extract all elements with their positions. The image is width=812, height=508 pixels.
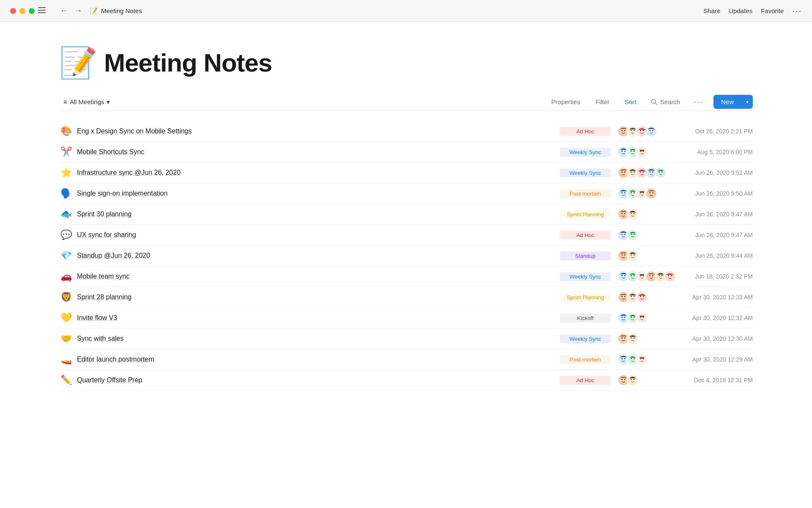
svg-point-62: [628, 230, 638, 240]
table-row[interactable]: ✂️Mobile Shortcuts SyncWeekly SyncAug 5,…: [59, 142, 753, 163]
doc-emoji: 📝: [90, 7, 98, 15]
row-tag[interactable]: Kickoff: [560, 314, 611, 323]
row-tag[interactable]: Weekly Sync: [560, 334, 611, 343]
row-tag[interactable]: Sprint Planning: [560, 210, 611, 219]
sidebar-toggle-button[interactable]: [35, 6, 49, 17]
svg-point-28: [624, 171, 625, 173]
updates-button[interactable]: Updates: [729, 7, 752, 14]
row-name: Mobile team sync: [77, 273, 130, 280]
view-label: All Meetings: [70, 98, 104, 105]
svg-point-111: [631, 337, 632, 339]
row-emoji: 🚗: [59, 271, 73, 282]
svg-point-91: [624, 296, 625, 297]
row-tag[interactable]: Weekly Sync: [560, 168, 611, 177]
svg-point-76: [634, 275, 635, 276]
row-tag[interactable]: Standup: [560, 251, 611, 260]
maximize-button[interactable]: [29, 8, 35, 14]
row-emoji: ✂️: [59, 146, 73, 157]
view-selector[interactable]: ≡ All Meetings ▾: [59, 96, 114, 108]
svg-point-15: [649, 130, 650, 131]
filter-button[interactable]: Filter: [591, 96, 614, 108]
svg-line-4: [655, 103, 657, 105]
svg-point-21: [631, 151, 632, 152]
search-label: Search: [660, 98, 680, 105]
row-name: Sync with sales: [77, 335, 123, 342]
row-avatars: [617, 167, 660, 179]
avatar: [627, 374, 639, 386]
back-button[interactable]: ←: [58, 5, 70, 17]
svg-point-114: [621, 358, 623, 359]
row-tag[interactable]: Post-mortem: [560, 189, 611, 198]
svg-point-46: [634, 192, 635, 193]
row-title: 💛Invite flow V3: [59, 312, 560, 323]
more-options-button[interactable]: ···: [690, 95, 707, 108]
row-emoji: ✏️: [59, 375, 73, 386]
table-row[interactable]: 💎Standup @Jun 26, 2020StandupJun 26, 202…: [59, 246, 753, 266]
svg-point-68: [628, 251, 638, 261]
row-tag[interactable]: Post-mortem: [560, 355, 611, 364]
svg-point-43: [624, 192, 625, 193]
row-name: Eng x Design Sync on Mobile Settings: [77, 127, 192, 135]
row-date: Apr 30, 2020 12:33 AM: [668, 294, 753, 301]
row-tag[interactable]: Ad Hoc: [560, 231, 611, 240]
table-row[interactable]: 🤝Sync with salesWeekly SyncApr 30, 2020 …: [59, 329, 753, 349]
svg-point-75: [631, 275, 632, 276]
svg-point-123: [621, 379, 623, 380]
table-row[interactable]: 💛Invite flow V3KickoffApr 30, 2020 12:32…: [59, 308, 753, 329]
row-avatars: [617, 333, 660, 345]
row-date: Jun 26, 2020 9:50 AM: [668, 190, 753, 197]
row-title: ✂️Mobile Shortcuts Sync: [59, 146, 560, 157]
svg-point-110: [628, 334, 638, 344]
row-name: Quarterly Offsite Prep: [77, 376, 142, 384]
favorite-button[interactable]: Favorite: [761, 7, 784, 14]
row-title: 🚤Editor launch postmortem: [59, 354, 560, 365]
row-date: Jun 26, 2020 9:47 AM: [668, 211, 753, 218]
row-name: Single sign-on implementation: [77, 190, 167, 197]
row-emoji: 🤝: [59, 333, 73, 344]
svg-point-34: [643, 171, 644, 173]
svg-point-99: [621, 317, 623, 318]
close-button[interactable]: [10, 8, 16, 14]
avatar: [627, 333, 639, 345]
forward-button[interactable]: →: [72, 5, 85, 17]
row-title: 💬UX sync for sharing: [59, 229, 560, 240]
row-tag[interactable]: Weekly Sync: [560, 148, 611, 157]
toolbar: ≡ All Meetings ▾ Properties Filter Sort …: [59, 95, 753, 111]
svg-point-6: [621, 130, 623, 131]
table-row[interactable]: 🎨Eng x Design Sync on Mobile SettingsAd …: [59, 121, 753, 142]
svg-point-36: [649, 171, 650, 173]
row-title: 🦁Sprint 28 planning: [59, 292, 560, 303]
table-row[interactable]: 🚤Editor launch postmortemPost-mortemApr …: [59, 349, 753, 370]
table-row[interactable]: 🐟Sprint 30 planningSprint PlanningJun 26…: [59, 204, 753, 225]
more-actions-button[interactable]: ···: [792, 6, 802, 16]
row-name: Editor launch postmortem: [77, 356, 154, 363]
row-tag[interactable]: Ad Hoc: [560, 127, 611, 136]
minimize-button[interactable]: [19, 8, 25, 14]
new-btn-chevron-icon[interactable]: ▾: [742, 96, 753, 108]
row-tag[interactable]: Weekly Sync: [560, 272, 611, 281]
svg-point-126: [631, 379, 632, 380]
search-button[interactable]: Search: [647, 96, 684, 108]
row-tag[interactable]: Sprint Planning: [560, 293, 611, 302]
avatar: [636, 312, 648, 324]
table-row[interactable]: ✏️Quarterly Offsite PrepAd HocDec 4, 201…: [59, 370, 753, 391]
svg-point-85: [661, 275, 663, 276]
table-row[interactable]: 🗣️Single sign-on implementationPost-mort…: [59, 183, 753, 204]
svg-point-104: [637, 313, 647, 323]
svg-rect-0: [38, 7, 46, 8]
table-row[interactable]: 🚗Mobile team syncWeekly SyncJun 18, 2020…: [59, 266, 753, 287]
svg-rect-1: [38, 10, 46, 11]
table-row[interactable]: ⭐Infrastructure sync @Jun 26, 2020Weekly…: [59, 163, 753, 183]
share-button[interactable]: Share: [703, 7, 720, 14]
svg-point-56: [628, 209, 638, 219]
table-row[interactable]: 💬UX sync for sharingAd HocJun 26, 2020 9…: [59, 225, 753, 246]
table-row[interactable]: 🦁Sprint 28 planningSprint PlanningApr 30…: [59, 287, 753, 308]
sort-button[interactable]: Sort: [620, 96, 641, 108]
row-tag[interactable]: Ad Hoc: [560, 376, 611, 385]
row-avatars: [617, 125, 660, 137]
new-button[interactable]: New ▾: [713, 95, 753, 109]
svg-point-30: [631, 171, 632, 173]
svg-point-27: [621, 171, 623, 173]
row-avatars: [617, 374, 660, 386]
properties-button[interactable]: Properties: [547, 96, 584, 108]
